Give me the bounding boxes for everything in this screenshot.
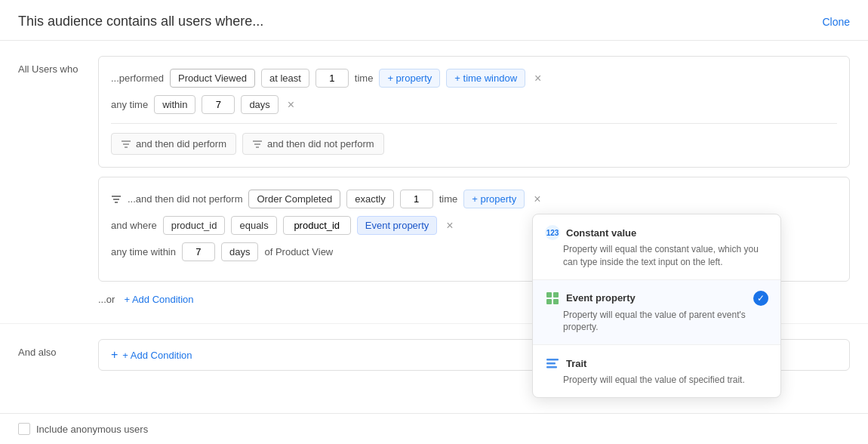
trait-header: Trait xyxy=(545,356,768,371)
second-property-button[interactable]: + property xyxy=(463,190,525,208)
svg-rect-14 xyxy=(546,362,556,365)
time-window-close[interactable]: × xyxy=(285,97,297,113)
include-anon-label: Include anonymous users xyxy=(36,424,148,435)
second-days-value-input[interactable] xyxy=(182,242,215,261)
second-frequency-label-button[interactable]: exactly xyxy=(346,190,393,208)
constant-desc: Property will equal the constant value, … xyxy=(545,243,768,269)
divider xyxy=(111,123,837,124)
days-value-input[interactable] xyxy=(202,95,235,114)
event-property-button[interactable]: Event property xyxy=(357,216,438,235)
trait-title: Trait xyxy=(545,356,586,371)
first-condition-close[interactable]: × xyxy=(531,70,544,87)
second-time-label: time xyxy=(439,193,458,205)
performed-label: ...performed xyxy=(111,72,164,84)
any-time-label: any time xyxy=(111,99,148,110)
bottom-section: Include anonymous users xyxy=(0,413,868,444)
then-did-perform-button[interactable]: and then did perform xyxy=(111,133,236,155)
svg-rect-10 xyxy=(553,292,559,298)
prop-name-button[interactable]: product_id xyxy=(163,216,226,235)
and-also-add-label: + Add Condition xyxy=(122,350,192,361)
second-event-name-button[interactable]: Order Completed xyxy=(248,190,340,208)
dropdown-popup: 123 Constant value Property will equal t… xyxy=(532,214,781,398)
or-label: ...or xyxy=(98,294,115,305)
then-did-not-perform-button[interactable]: and then did not perform xyxy=(242,133,384,155)
second-condition-close[interactable]: × xyxy=(531,191,543,208)
svg-rect-12 xyxy=(553,299,559,304)
svg-rect-13 xyxy=(546,359,559,361)
selected-check: ✓ xyxy=(753,291,768,306)
plus-icon: + xyxy=(111,349,118,361)
page-title: This audience contains all users where..… xyxy=(18,14,263,29)
event-property-header: Event property ✓ xyxy=(545,291,768,306)
add-condition-button[interactable]: + Add Condition xyxy=(124,294,193,305)
prop-close[interactable]: × xyxy=(443,217,456,234)
action-pills: and then did perform and then did not pe… xyxy=(111,133,837,155)
days-button[interactable]: days xyxy=(241,95,278,114)
second-filter-icon xyxy=(111,194,122,205)
equals-button[interactable]: equals xyxy=(231,216,276,235)
and-also-add-condition-button[interactable]: + + Add Condition xyxy=(111,349,192,361)
not-perform-label: ...and then did not perform xyxy=(128,193,242,205)
clone-button[interactable]: Clone xyxy=(822,16,850,28)
svg-rect-15 xyxy=(546,366,557,368)
time-label: time xyxy=(355,72,374,84)
svg-rect-9 xyxy=(546,292,552,298)
time-window-row: any time within days × xyxy=(111,95,837,114)
prop-value-input[interactable] xyxy=(283,216,351,235)
first-condition-block: ...performed Product Viewed at least tim… xyxy=(98,56,850,168)
frequency-label-button[interactable]: at least xyxy=(261,69,309,88)
page-header: This audience contains all users where..… xyxy=(0,0,868,41)
and-also-label: And also xyxy=(18,339,86,371)
frequency-value-input[interactable] xyxy=(315,69,349,88)
of-label: of Product View xyxy=(264,246,333,257)
dropdown-item-constant[interactable]: 123 Constant value Property will equal t… xyxy=(533,214,780,280)
second-condition-row: ...and then did not perform Order Comple… xyxy=(111,190,837,208)
svg-rect-11 xyxy=(546,299,552,304)
all-users-label: All Users who xyxy=(18,56,86,308)
dropdown-item-event-property[interactable]: Event property ✓ Property will equal the… xyxy=(533,280,780,346)
constant-title: 123 Constant value xyxy=(545,225,636,240)
event-name-button[interactable]: Product Viewed xyxy=(170,69,255,88)
second-any-time-label: any time within xyxy=(111,246,176,257)
include-anon-checkbox[interactable] xyxy=(18,423,30,435)
first-condition-row: ...performed Product Viewed at least tim… xyxy=(111,69,837,88)
time-window-button[interactable]: + time window xyxy=(446,69,525,88)
trait-icon xyxy=(545,356,560,371)
filter-icon xyxy=(121,139,131,150)
then-did-perform-label: and then did perform xyxy=(136,138,226,150)
property-button[interactable]: + property xyxy=(379,69,440,88)
constant-icon: 123 xyxy=(545,225,560,240)
constant-header: 123 Constant value xyxy=(545,225,768,240)
second-days-button[interactable]: days xyxy=(221,242,258,261)
event-property-icon xyxy=(545,291,560,306)
trait-desc: Property will equal the value of specifi… xyxy=(545,374,768,387)
and-where-label: and where xyxy=(111,220,157,231)
dropdown-item-trait[interactable]: Trait Property will equal the value of s… xyxy=(533,345,780,397)
then-did-not-perform-label: and then did not perform xyxy=(267,138,374,150)
within-button[interactable]: within xyxy=(154,95,195,114)
filter-icon-2 xyxy=(252,139,263,150)
event-property-title: Event property xyxy=(545,291,636,306)
event-property-desc: Property will equal the value of parent … xyxy=(545,309,768,335)
second-frequency-value-input[interactable] xyxy=(400,190,433,208)
